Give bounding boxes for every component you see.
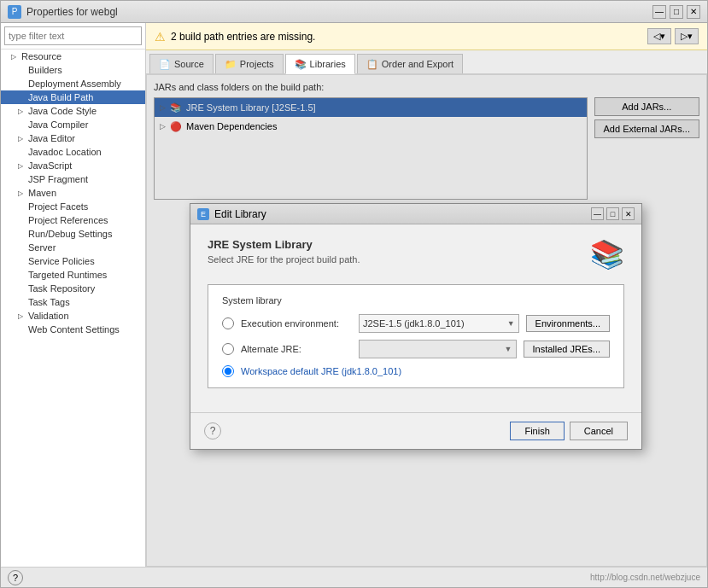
sidebar-item-label: Javadoc Location [28, 147, 102, 157]
execution-env-value: J2SE-1.5 (jdk1.8.0_101) [363, 318, 465, 329]
sidebar-item-validation[interactable]: ▷ Validation [1, 309, 145, 323]
sidebar-item-java-code-style[interactable]: ▷ Java Code Style [1, 104, 145, 118]
search-input[interactable] [4, 26, 142, 45]
close-button[interactable]: ✕ [687, 5, 700, 19]
sidebar-item-maven[interactable]: ▷ Maven [1, 186, 145, 200]
main-content: ▷ Resource Builders Deployment Assembly … [1, 23, 707, 567]
sidebar-item-java-editor[interactable]: ▷ Java Editor [1, 131, 145, 145]
tree-view: ▷ Resource Builders Deployment Assembly … [1, 49, 145, 567]
sidebar-item-javascript[interactable]: ▷ JavaScript [1, 159, 145, 172]
execution-env-label: Execution environment: [241, 318, 352, 329]
sidebar-item-task-tags[interactable]: Task Tags [1, 295, 145, 309]
alternate-jre-row: Alternate JRE: ▼ Installed JREs... [222, 340, 610, 358]
tab-libraries-label: Libraries [310, 59, 346, 69]
expand-icon: ▷ [11, 53, 18, 61]
group-label: System library [222, 295, 610, 306]
execution-env-dropdown[interactable]: J2SE-1.5 (jdk1.8.0_101) ▼ [359, 314, 519, 333]
sidebar-item-project-references[interactable]: Project References [1, 213, 145, 227]
tab-source-label: Source [174, 59, 204, 69]
cancel-button[interactable]: Cancel [570, 422, 628, 440]
tab-libraries[interactable]: 📚 Libraries [285, 54, 355, 74]
sidebar-item-label: Deployment Assembly [28, 79, 121, 89]
workspace-default-row: Workspace default JRE (jdk1.8.0_101) [222, 365, 610, 377]
tab-source[interactable]: 📄 Source [149, 54, 214, 73]
sidebar-item-label: Web Content Settings [28, 324, 120, 335]
installed-jres-button[interactable]: Installed JREs... [524, 341, 610, 358]
environments-button[interactable]: Environments... [526, 315, 610, 332]
alternate-jre-dropdown[interactable]: ▼ [359, 340, 517, 358]
sidebar-item-label: Resource [21, 51, 61, 61]
sidebar-item-service-policies[interactable]: Service Policies [1, 254, 145, 268]
sidebar-item-web-content[interactable]: Web Content Settings [1, 323, 145, 336]
sidebar-item-label: Builders [28, 65, 62, 75]
execution-env-row: Execution environment: J2SE-1.5 (jdk1.8.… [222, 314, 610, 333]
finish-button[interactable]: Finish [510, 422, 564, 440]
sidebar-item-server[interactable]: Server [1, 241, 145, 254]
sidebar-item-label: Server [28, 242, 56, 253]
sidebar-item-run-debug[interactable]: Run/Debug Settings [1, 227, 145, 241]
sidebar-item-targeted-runtimes[interactable]: Targeted Runtimes [1, 268, 145, 282]
warning-text: ⚠ 2 build path entries are missing. [155, 30, 315, 44]
sidebar-item-label: Maven [28, 188, 56, 198]
sidebar-item-label: Java Editor [28, 133, 75, 143]
next-warning-button[interactable]: ▷▾ [675, 28, 699, 44]
source-tab-icon: 📄 [159, 58, 171, 70]
nav-buttons: ◁▾ ▷▾ [647, 28, 699, 44]
watermark: http://blog.csdn.net/webzjuce [590, 573, 700, 582]
footer-buttons: Finish Cancel [510, 422, 628, 440]
workspace-default-radio[interactable] [222, 365, 234, 377]
modal-help-button[interactable]: ? [204, 422, 221, 440]
sidebar-item-task-repository[interactable]: Task Repository [1, 282, 145, 295]
sidebar-item-label: JavaScript [28, 160, 72, 171]
sidebar-item-java-compiler[interactable]: Java Compiler [1, 118, 145, 131]
sidebar-item-jsp[interactable]: JSP Fragment [1, 172, 145, 186]
sidebar-item-deployment[interactable]: Deployment Assembly [1, 77, 145, 90]
modal-controls: — □ ✕ [591, 207, 635, 220]
library-books-icon: 📚 [590, 238, 624, 271]
alt-dropdown-arrow-icon: ▼ [505, 345, 512, 353]
title-bar-controls: — □ ✕ [652, 5, 700, 19]
alternate-jre-radio[interactable] [222, 343, 234, 355]
alternate-jre-label: Alternate JRE: [241, 344, 352, 354]
modal-content: JRE System Library Select JRE for the pr… [190, 224, 641, 412]
title-bar: P Properties for webgl — □ ✕ [1, 1, 707, 23]
sidebar-item-label: Validation [28, 311, 69, 321]
execution-env-radio[interactable] [222, 317, 234, 329]
sidebar-item-label: Java Build Path [28, 92, 93, 102]
modal-maximize-button[interactable]: □ [606, 207, 619, 220]
modal-footer: ? Finish Cancel [190, 412, 641, 449]
sidebar-item-javadoc[interactable]: Javadoc Location [1, 145, 145, 159]
warning-bar: ⚠ 2 build path entries are missing. ◁▾ ▷… [146, 23, 707, 50]
modal-heading: JRE System Library [208, 238, 360, 251]
sidebar-item-project-facets[interactable]: Project Facets [1, 200, 145, 213]
sidebar-item-resource[interactable]: ▷ Resource [1, 49, 145, 63]
expand-icon: ▷ [18, 108, 25, 115]
sidebar-item-java-build-path[interactable]: Java Build Path [1, 90, 145, 104]
edit-library-modal: E Edit Library — □ ✕ [190, 203, 642, 450]
modal-header-section: JRE System Library Select JRE for the pr… [208, 238, 624, 271]
modal-close-button[interactable]: ✕ [622, 207, 635, 220]
minimize-button[interactable]: — [652, 5, 666, 19]
tab-order-export[interactable]: 📋 Order and Export [357, 54, 463, 73]
modal-minimize-button[interactable]: — [591, 207, 604, 220]
maximize-button[interactable]: □ [670, 5, 683, 19]
modal-title-bar: E Edit Library — □ ✕ [190, 204, 641, 224]
modal-header-text: JRE System Library Select JRE for the pr… [208, 238, 360, 265]
sidebar-item-builders[interactable]: Builders [1, 63, 145, 77]
help-button[interactable]: ? [8, 570, 23, 585]
tab-projects[interactable]: 📁 Projects [215, 54, 284, 73]
prev-warning-button[interactable]: ◁▾ [647, 28, 671, 44]
right-panel: ⚠ 2 build path entries are missing. ◁▾ ▷… [146, 23, 707, 567]
dropdown-arrow-icon: ▼ [507, 319, 515, 328]
sidebar-item-label: JSP Fragment [28, 174, 88, 184]
order-tab-icon: 📋 [366, 58, 378, 70]
sidebar: ▷ Resource Builders Deployment Assembly … [1, 23, 146, 567]
tab-order-label: Order and Export [382, 59, 453, 69]
sidebar-item-label: Project References [28, 215, 108, 225]
tabs-bar: 📄 Source 📁 Projects 📚 Libraries 📋 Order … [146, 50, 707, 74]
sidebar-item-label: Task Tags [28, 297, 70, 307]
main-window: P Properties for webgl — □ ✕ ▷ Resource [0, 0, 708, 588]
tab-projects-label: Projects [240, 59, 274, 69]
sidebar-item-label: Service Policies [28, 256, 95, 266]
modal-overlay: E Edit Library — □ ✕ [147, 75, 706, 566]
